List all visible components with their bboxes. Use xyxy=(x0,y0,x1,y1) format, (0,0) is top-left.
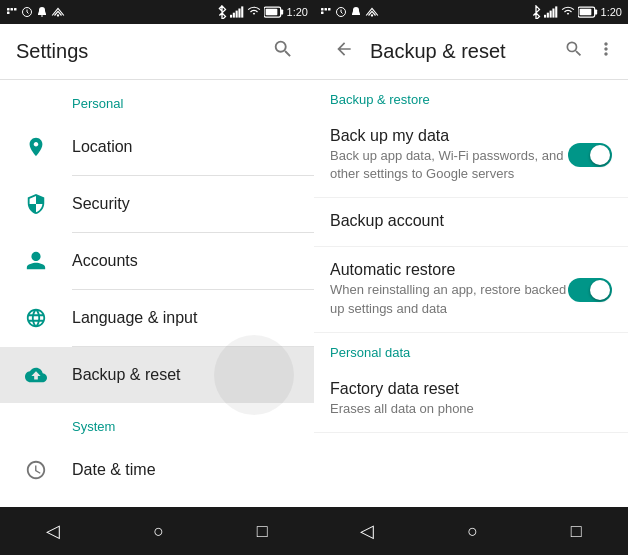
svg-point-5 xyxy=(57,14,59,16)
back-up-data-text: Back up my data Back up app data, Wi-Fi … xyxy=(330,127,568,183)
right-app-actions xyxy=(560,35,620,68)
left-app-bar: Settings xyxy=(0,24,314,80)
sidebar-item-label-language: Language & input xyxy=(72,309,197,327)
section-personal-data: Personal data xyxy=(314,333,628,366)
right-home-button[interactable]: ○ xyxy=(447,513,498,550)
svg-rect-8 xyxy=(235,11,237,18)
right-app-title: Backup & reset xyxy=(370,40,552,63)
section-backup-restore: Backup & restore xyxy=(314,80,628,113)
r-notification-icon-1 xyxy=(320,6,332,18)
sidebar-item-backup[interactable]: Backup & reset xyxy=(0,347,314,403)
right-back-button[interactable]: ◁ xyxy=(340,512,394,550)
setting-auto-restore[interactable]: Automatic restore When reinstalling an a… xyxy=(314,247,628,332)
left-nav-bar: ◁ ○ □ xyxy=(0,507,314,555)
svg-rect-17 xyxy=(321,12,324,15)
right-search-icon[interactable] xyxy=(560,35,588,68)
right-recent-button[interactable]: □ xyxy=(551,513,602,550)
svg-rect-16 xyxy=(328,8,331,11)
svg-rect-22 xyxy=(549,11,551,18)
sidebar-item-accounts[interactable]: Accounts xyxy=(0,233,314,289)
factory-reset-text: Factory data reset Erases all data on ph… xyxy=(330,380,612,418)
r-signal-icon xyxy=(544,6,558,18)
backup-icon xyxy=(16,364,56,386)
r-notification-icon-3 xyxy=(350,6,362,18)
svg-rect-23 xyxy=(552,9,554,18)
right-status-right: 1:20 xyxy=(531,5,622,19)
sidebar-item-label-location: Location xyxy=(72,138,133,156)
auto-restore-toggle-knob xyxy=(590,280,610,300)
language-icon xyxy=(16,307,56,329)
setting-back-up-data[interactable]: Back up my data Back up app data, Wi-Fi … xyxy=(314,113,628,198)
right-nav-bar: ◁ ○ □ xyxy=(314,507,628,555)
sidebar-item-location[interactable]: Location xyxy=(0,119,314,175)
sidebar-item-language[interactable]: Language & input xyxy=(0,290,314,346)
left-recent-button[interactable]: □ xyxy=(237,513,288,550)
notification-icon-1 xyxy=(6,6,18,18)
svg-rect-3 xyxy=(7,12,10,15)
notification-icon-3 xyxy=(36,6,48,18)
left-search-icon[interactable] xyxy=(268,34,298,70)
auto-restore-subtitle: When reinstalling an app, restore backed… xyxy=(330,281,568,317)
svg-rect-15 xyxy=(325,8,328,11)
setting-backup-account[interactable]: Backup account xyxy=(314,198,628,247)
signal-icon xyxy=(230,6,244,18)
left-app-title: Settings xyxy=(16,40,268,63)
security-icon xyxy=(16,193,56,215)
left-section-personal: Personal xyxy=(0,80,314,119)
wifi-icon xyxy=(247,6,261,18)
sidebar-item-label-datetime: Date & time xyxy=(72,461,156,479)
left-status-time: 1:20 xyxy=(287,6,308,18)
battery-icon xyxy=(264,6,284,18)
factory-reset-subtitle: Erases all data on phone xyxy=(330,400,612,418)
r-bluetooth-icon xyxy=(531,5,541,19)
sidebar-item-security[interactable]: Security xyxy=(0,176,314,232)
bluetooth-icon xyxy=(217,5,227,19)
r-wifi-icon xyxy=(561,6,575,18)
auto-restore-title: Automatic restore xyxy=(330,261,568,279)
svg-rect-20 xyxy=(544,15,546,18)
right-status-time: 1:20 xyxy=(601,6,622,18)
svg-rect-13 xyxy=(280,10,283,15)
svg-rect-10 xyxy=(241,6,243,17)
right-status-left xyxy=(320,6,379,18)
svg-rect-24 xyxy=(555,6,557,17)
status-bar-right-icons: 1:20 xyxy=(217,5,308,19)
location-icon xyxy=(16,136,56,158)
more-options-icon[interactable] xyxy=(592,35,620,68)
back-up-data-toggle-knob xyxy=(590,145,610,165)
right-status-bar: 1:20 xyxy=(314,0,628,24)
sidebar-item-label-backup: Backup & reset xyxy=(72,366,181,384)
sidebar-item-label-security: Security xyxy=(72,195,130,213)
right-content-area: Backup & restore Back up my data Back up… xyxy=(314,80,628,507)
backup-account-title: Backup account xyxy=(330,212,612,230)
status-bar-left-icons xyxy=(6,6,65,18)
svg-rect-21 xyxy=(546,13,548,18)
svg-rect-2 xyxy=(14,8,17,11)
left-scroll-content: Personal Location Security Accounts xyxy=(0,80,314,507)
svg-rect-7 xyxy=(232,13,234,18)
back-up-data-toggle[interactable] xyxy=(568,143,612,167)
svg-rect-0 xyxy=(7,8,10,11)
svg-rect-14 xyxy=(321,8,324,11)
factory-reset-title: Factory data reset xyxy=(330,380,612,398)
sidebar-item-datetime[interactable]: Date & time xyxy=(0,442,314,498)
auto-restore-text: Automatic restore When reinstalling an a… xyxy=(330,261,568,317)
r-notification-icon-2 xyxy=(335,6,347,18)
datetime-icon xyxy=(16,459,56,481)
notification-icon-4 xyxy=(51,7,65,17)
setting-factory-reset[interactable]: Factory data reset Erases all data on ph… xyxy=(314,366,628,433)
back-up-data-title: Back up my data xyxy=(330,127,568,145)
left-home-button[interactable]: ○ xyxy=(133,513,184,550)
backup-account-text: Backup account xyxy=(330,212,612,232)
left-section-system: System xyxy=(0,403,314,442)
back-up-data-subtitle: Back up app data, Wi-Fi passwords, and o… xyxy=(330,147,568,183)
auto-restore-toggle[interactable] xyxy=(568,278,612,302)
back-button[interactable] xyxy=(330,35,362,68)
svg-rect-9 xyxy=(238,9,240,18)
sidebar-item-label-accounts: Accounts xyxy=(72,252,138,270)
left-status-bar: 1:20 xyxy=(0,0,314,24)
svg-point-19 xyxy=(371,14,373,16)
notification-icon-2 xyxy=(21,6,33,18)
r-battery-icon xyxy=(578,6,598,18)
left-back-button[interactable]: ◁ xyxy=(26,512,80,550)
